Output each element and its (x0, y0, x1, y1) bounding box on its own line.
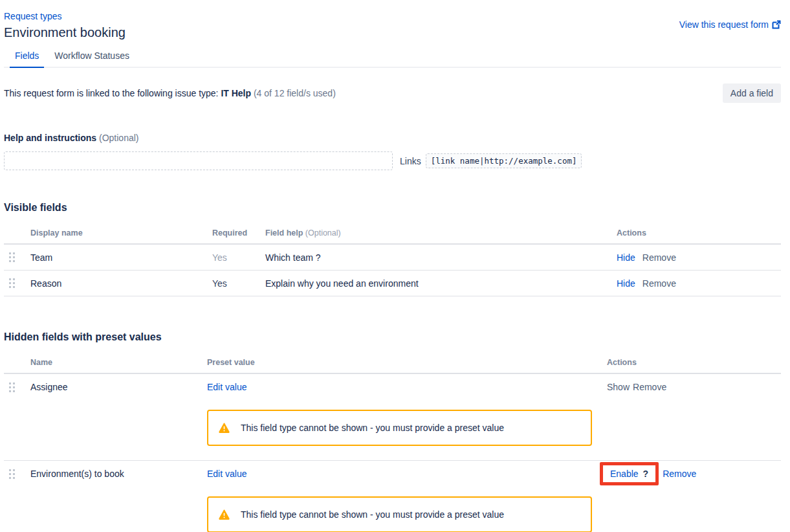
enable-highlight-annotation: Enable ? (600, 462, 659, 485)
field-name: Reason (30, 278, 212, 289)
remove-field-link[interactable]: Remove (642, 278, 676, 289)
show-field-link[interactable]: Show (607, 382, 630, 392)
enable-field-link[interactable]: Enable (610, 469, 639, 479)
field-name: Assignee (30, 382, 207, 392)
visible-fields-heading: Visible fields (4, 202, 781, 214)
hidden-fields-heading: Hidden fields with preset values (4, 331, 781, 343)
field-help-text: Which team ? (265, 252, 617, 263)
table-row: Reason Yes Explain why you need an envir… (4, 271, 781, 296)
field-name: Team (30, 252, 212, 263)
table-row: Team Yes Which team ? Hide Remove (4, 245, 781, 271)
field-required: Yes (212, 278, 265, 289)
remove-field-link[interactable]: Remove (642, 252, 676, 263)
warning-text: This field type cannot be shown - you mu… (241, 509, 504, 520)
col-preset-value: Preset value (207, 358, 607, 367)
links-label: Links (400, 156, 421, 166)
help-instructions-section: Help and instructions (Optional) Links [… (4, 133, 781, 170)
field-required: Yes (212, 252, 265, 263)
help-instructions-input[interactable] (4, 151, 393, 170)
table-row: Environment(s) to book Edit value Enable… (4, 461, 781, 532)
visible-fields-table: Display name Required Field help (Option… (4, 228, 781, 296)
add-field-button[interactable]: Add a field (723, 83, 781, 103)
warning-icon (219, 423, 230, 433)
drag-handle-icon[interactable] (4, 252, 30, 262)
drag-handle-icon[interactable] (4, 382, 30, 392)
links-syntax-example: [link name|http://example.com] (426, 153, 582, 168)
preset-value-warning: This field type cannot be shown - you mu… (207, 496, 592, 532)
warning-icon (219, 509, 230, 520)
hidden-fields-section: Hidden fields with preset values Name Pr… (4, 331, 781, 532)
col-display-name: Display name (30, 228, 212, 238)
preset-value-warning: This field type cannot be shown - you mu… (207, 410, 592, 446)
page-header: Request types Environment booking View t… (4, 10, 781, 41)
col-name: Name (30, 358, 207, 367)
drag-handle-icon[interactable] (4, 469, 30, 479)
drag-handle-icon[interactable] (4, 278, 30, 288)
warning-text: This field type cannot be shown - you mu… (241, 423, 504, 433)
edit-value-link[interactable]: Edit value (207, 469, 247, 479)
hidden-fields-header-row: Name Preset value Actions (4, 358, 781, 374)
linked-issue-type-prefix: This request form is linked to the follo… (4, 88, 221, 98)
hidden-fields-table: Name Preset value Actions Assignee Edit … (4, 358, 781, 532)
edit-value-link[interactable]: Edit value (207, 382, 247, 392)
tab-bar: Fields Workflow Statuses (4, 50, 781, 68)
tab-workflow-statuses[interactable]: Workflow Statuses (49, 50, 135, 67)
hide-field-link[interactable]: Hide (617, 278, 635, 289)
view-request-form-label: View this request form (679, 19, 769, 30)
view-request-form-link[interactable]: View this request form (679, 19, 781, 30)
linked-issue-type-row: This request form is linked to the follo… (4, 83, 781, 103)
col-actions: Actions (607, 358, 781, 367)
remove-field-link[interactable]: Remove (663, 469, 696, 479)
field-help-text: Explain why you need an environment (265, 278, 617, 289)
hide-field-link[interactable]: Hide (617, 252, 635, 263)
table-row: Assignee Edit value Show Remove (4, 374, 781, 461)
help-instructions-optional: (Optional) (99, 133, 138, 143)
issue-type-name: IT Help (221, 88, 251, 98)
visible-fields-header-row: Display name Required Field help (Option… (4, 228, 781, 245)
breadcrumb-request-types[interactable]: Request types (4, 11, 62, 21)
col-actions: Actions (617, 228, 781, 238)
external-link-icon (772, 20, 781, 29)
request-type-settings-page: Request types Environment booking View t… (0, 0, 790, 532)
field-name: Environment(s) to book (30, 469, 207, 479)
enable-help-hint[interactable]: ? (643, 469, 649, 479)
linked-issue-type-text: This request form is linked to the follo… (4, 88, 336, 98)
tab-fields[interactable]: Fields (10, 50, 44, 68)
col-field-help: Field help (Optional) (265, 228, 617, 238)
visible-fields-section: Visible fields Display name Required Fie… (4, 202, 781, 296)
remove-field-link[interactable]: Remove (633, 382, 666, 392)
page-title: Environment booking (4, 24, 781, 41)
field-usage-count: (4 of 12 field/s used) (254, 88, 336, 98)
help-instructions-label: Help and instructions (4, 133, 96, 143)
col-required: Required (212, 228, 265, 238)
